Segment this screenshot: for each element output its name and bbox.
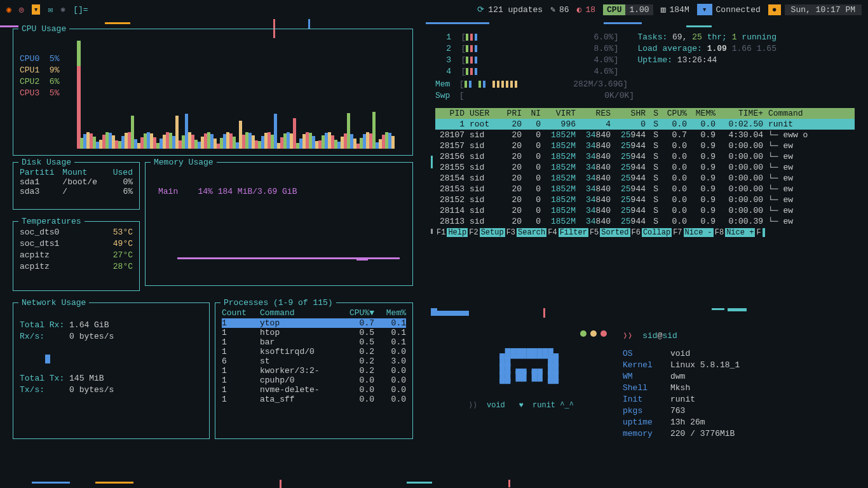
col-header[interactable]: Command xyxy=(766,109,855,118)
htop-fn-key[interactable]: F1Help xyxy=(435,228,468,237)
chip-icon: ▥ xyxy=(661,4,666,15)
htop-process-row[interactable]: 28155sid2001852M3484025944S0.00.90:00.00… xyxy=(435,162,855,173)
col-header[interactable]: PRI xyxy=(499,109,524,118)
col-header[interactable]: USER xyxy=(467,109,499,118)
process-row[interactable]: 1ksoftirqd/00.20.0 xyxy=(222,347,406,356)
disk-header: Partiti xyxy=(20,168,62,177)
temp-row: soc_dts149°C xyxy=(20,238,133,250)
net-tx-rate-label: Tx/s: xyxy=(20,385,44,395)
proc-header: Command xyxy=(260,308,339,318)
heart-icon: ♥ xyxy=(519,401,523,410)
process-row[interactable]: 1bar0.50.1 xyxy=(222,337,406,347)
cpu-usage-panel: CPU Usage CPU0 5%CPU1 9%CPU2 6%CPU3 5% xyxy=(13,29,413,156)
col-header[interactable]: VIRT xyxy=(543,109,578,118)
swp-label: Swp xyxy=(435,90,454,102)
proc-header[interactable]: Mem% xyxy=(374,308,406,318)
refresh-icon: ⟳ xyxy=(477,4,484,15)
process-row[interactable]: 1kworker/3:2-0.20.0 xyxy=(222,366,406,376)
cpu-core-row: CPU0 5% xyxy=(20,53,59,65)
traffic-light-yellow-icon[interactable] xyxy=(590,330,597,337)
network-tray[interactable]: ▾ Connected xyxy=(697,4,761,15)
htop-process-row[interactable]: 28153sid2001852M3484025944S0.00.90:00.00… xyxy=(435,184,855,194)
htop-fn-key[interactable]: F xyxy=(755,228,764,237)
memory-usage-panel: Memory Usage Main 14% 184 MiB/3.69 GiB xyxy=(145,162,413,286)
mem-value: 282M/3.69G xyxy=(573,79,623,89)
memory-tray[interactable]: ▥ 184M xyxy=(661,4,689,15)
col-header[interactable]: RES xyxy=(578,109,613,118)
panel-title: Temperatures xyxy=(18,217,85,226)
process-row[interactable]: 6st0.23.0 xyxy=(222,356,406,366)
clock-tray[interactable]: ● Sun, 10:17 PM xyxy=(768,4,862,15)
chrome-icon[interactable]: ◎ xyxy=(19,4,24,15)
disk-row: sda1/boot/e0% xyxy=(20,177,133,187)
process-row[interactable]: 1ata_sff0.00.0 xyxy=(222,395,406,404)
neofetch-row: WMdwm xyxy=(623,371,855,383)
htop-process-row[interactable]: 1root20099640S0.00.00:02.50runit xyxy=(435,119,855,130)
memory-text: 14% 184 MiB/3.69 GiB xyxy=(198,187,297,196)
col-header[interactable]: CPU% xyxy=(661,109,689,118)
ytop-window: CPU Usage CPU0 5%CPU1 9%CPU2 6%CPU3 5% D… xyxy=(0,19,426,477)
memory-graph xyxy=(152,228,406,266)
decor-line xyxy=(508,480,510,487)
col-header[interactable]: PID xyxy=(435,109,467,118)
process-row[interactable]: 1ytop0.70.1 xyxy=(222,318,406,328)
net-tx-rate: 0 bytes/s xyxy=(69,385,114,395)
htop-cpu-bar: 1 [6.0%] xyxy=(435,32,618,43)
net-rx-sparkline xyxy=(20,348,203,363)
htop-process-row[interactable]: 28113sid2001852M3484025944S0.00.90:00.39… xyxy=(435,216,855,227)
settings-icon[interactable]: ✱ xyxy=(60,4,65,15)
threads-count: 25 xyxy=(692,32,702,42)
htop-process-row[interactable]: 28157sid2001852M3484025944S0.00.90:00.00… xyxy=(435,140,855,151)
traffic-light-green-icon[interactable] xyxy=(580,330,587,337)
updates-tray[interactable]: ⟳ 121 updates xyxy=(477,4,543,15)
net-rx-rate: 0 bytes/s xyxy=(69,332,114,341)
packages-tray[interactable]: ✎ 86 xyxy=(550,4,569,15)
col-header[interactable]: TIME+ xyxy=(718,109,766,118)
load-3: 1.65 xyxy=(757,44,776,53)
htop-process-row[interactable]: 28154sid2001852M3484025944S0.00.90:00.00… xyxy=(435,173,855,184)
temp-row: acpitz27°C xyxy=(20,250,133,261)
tasks-count: 69, xyxy=(672,32,687,42)
htop-cpu-bar: 3 [4.0%] xyxy=(435,55,618,66)
cpu-tray[interactable]: CPU1.00 xyxy=(603,5,653,15)
mail-icon[interactable]: ✉ xyxy=(48,4,53,15)
htop-fn-key[interactable]: F7Nice - xyxy=(672,228,714,237)
htop-process-row[interactable]: 28152sid2001852M3484025944S0.00.90:00.00… xyxy=(435,194,855,205)
htop-process-row[interactable]: 28156sid2001852M3484025944S0.00.90:00.00… xyxy=(435,151,855,162)
htop-fn-key[interactable]: F2Setup xyxy=(468,228,505,237)
alerts-tray[interactable]: ◐ 18 xyxy=(577,4,595,15)
prompt-arrow-icon: ⟩⟩ xyxy=(468,401,477,410)
htop-fn-key[interactable]: F8Nice + xyxy=(714,228,756,237)
htop-fn-key[interactable]: F6Collap xyxy=(630,228,672,237)
pocket-icon[interactable]: ▾ xyxy=(32,4,41,15)
network-usage-panel: Network Usage Total Rx: 1.64 GiB Rx/s: 0… xyxy=(13,302,210,439)
htop-fn-key[interactable]: F5Sorted xyxy=(588,228,630,237)
col-header[interactable]: MEM% xyxy=(689,109,718,118)
col-header[interactable]: NI xyxy=(524,109,543,118)
firefox-icon[interactable]: ◉ xyxy=(6,4,11,15)
process-row[interactable]: 1nvme-delete-0.00.0 xyxy=(222,385,406,395)
net-rx-total: 1.64 GiB xyxy=(69,320,109,330)
htop-process-row[interactable]: 28107sid2001852M3484025944S0.70.94:30.04… xyxy=(435,130,855,140)
process-row[interactable]: 1cpuhp/00.00.0 xyxy=(222,376,406,385)
htop-process-row[interactable]: 28114sid2001852M3484025944S0.00.90:00.00… xyxy=(435,205,855,216)
load-2: 1.66 xyxy=(732,44,752,53)
process-row[interactable]: 1htop0.50.1 xyxy=(222,328,406,337)
brush-icon: ✎ xyxy=(550,4,555,15)
terminal-window[interactable]: ▄█████████▄ ██ ██ ██ ▄▄ ▄▄ ██ ██ ██ ██ █… xyxy=(435,330,607,440)
neofetch-output: ❭❭ sid@sid OSvoidKernelLinux 5.8.18_1WMd… xyxy=(623,330,855,440)
void-logo-ascii: ▄█████████▄ ██ ██ ██ ▄▄ ▄▄ ██ ██ ██ ██ █… xyxy=(435,349,607,388)
neofetch-row: Initrunit xyxy=(623,394,855,405)
proc-header[interactable]: CPU%▼ xyxy=(339,308,374,318)
temperatures-panel: Temperatures soc_dts053°Csoc_dts149°Cacp… xyxy=(13,221,140,291)
load-1: 1.09 xyxy=(707,44,727,53)
col-header[interactable]: SHR xyxy=(613,109,648,118)
htop-fn-key[interactable]: F4Filter xyxy=(546,228,588,237)
htop-fn-key[interactable]: F3Search xyxy=(505,228,547,237)
col-header[interactable]: S xyxy=(648,109,661,118)
neofetch-row: uptime13h 26m xyxy=(623,417,855,428)
workspace-indicator[interactable]: []= xyxy=(73,5,88,15)
htop-table-header[interactable]: PID USER PRI NI VIRT RES SHR S CPU% MEM%… xyxy=(435,108,855,119)
traffic-light-red-icon[interactable] xyxy=(600,330,607,337)
net-tx-total: 145 MiB xyxy=(69,374,104,383)
